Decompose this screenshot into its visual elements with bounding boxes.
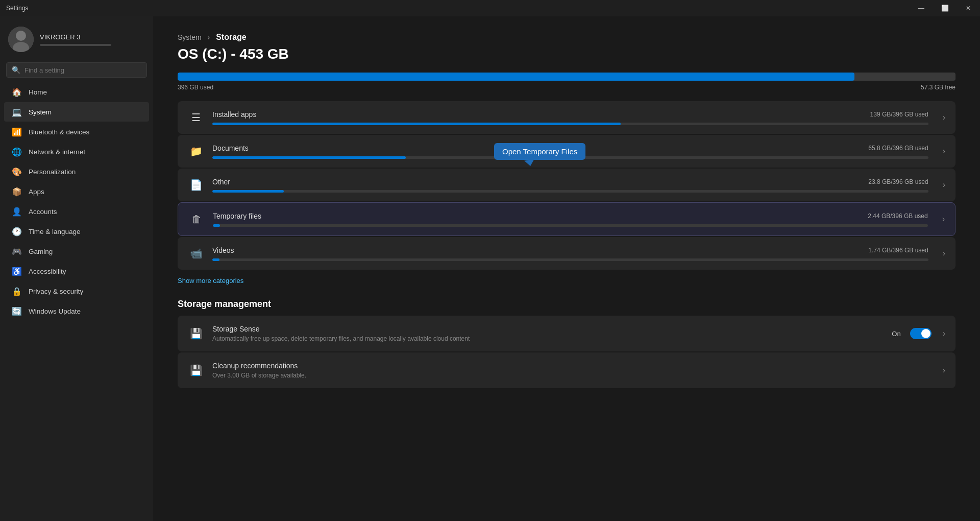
- sidebar-item-label-time: Time & language: [29, 228, 81, 235]
- username-bar-decoration: [40, 44, 111, 46]
- sidebar-item-label-privacy: Privacy & security: [29, 288, 83, 295]
- sidebar-item-label-gaming: Gaming: [29, 248, 53, 255]
- category-card-other[interactable]: Open Temporary Files 📄 Other 23.8 GB/396…: [178, 169, 955, 201]
- sidebar-item-label-accounts: Accounts: [29, 208, 57, 216]
- sidebar-item-label-accessibility: Accessibility: [29, 268, 66, 275]
- main-content: System › Storage OS (C:) - 453 GB 396 GB…: [153, 16, 980, 521]
- breadcrumb-parent: System: [178, 33, 202, 41]
- username-label: VIKROGER 3: [40, 33, 111, 41]
- sidebar-item-label-home: Home: [29, 88, 47, 96]
- mgmt-title-cleanup: Cleanup recommendations: [212, 362, 928, 370]
- sidebar-item-privacy[interactable]: 🔒 Privacy & security: [4, 281, 149, 301]
- sidebar-item-update[interactable]: 🔄 Windows Update: [4, 301, 149, 321]
- management-container: 💾 Storage Sense Automatically free up sp…: [178, 316, 955, 388]
- sidebar-item-label-network: Network & internet: [29, 148, 85, 156]
- card-name-documents: Documents: [212, 144, 249, 152]
- card-bar-bg-other: [212, 190, 928, 193]
- card-bar-fill-temporary-files: [213, 224, 220, 227]
- category-card-temporary-files[interactable]: 🗑 Temporary files 2.44 GB/396 GB used ›: [178, 202, 955, 236]
- accounts-icon: 👤: [12, 207, 21, 216]
- card-icon-other: 📄: [188, 177, 204, 193]
- titlebar-title: Settings: [6, 5, 28, 12]
- card-size-installed-apps: 139 GB/396 GB used: [870, 111, 928, 118]
- sidebar-item-label-bluetooth: Bluetooth & devices: [29, 128, 89, 136]
- mgmt-chevron-cleanup: ›: [943, 366, 945, 375]
- card-bar-fill-documents: [212, 156, 406, 159]
- sidebar: VIKROGER 3 🔍 🏠 Home 💻 System 📶 Bluetooth…: [0, 16, 153, 521]
- storage-bar-background: [178, 73, 955, 81]
- mgmt-card-cleanup[interactable]: 💾 Cleanup recommendations Over 3.00 GB o…: [178, 352, 955, 388]
- storage-bar-container: [178, 73, 955, 81]
- mgmt-desc-cleanup: Over 3.00 GB of storage available.: [212, 372, 928, 379]
- card-chevron-documents: ›: [943, 147, 945, 156]
- gaming-icon: 🎮: [12, 247, 21, 256]
- storage-used-label: 396 GB used: [178, 84, 213, 91]
- card-size-documents: 65.8 GB/396 GB used: [868, 145, 928, 152]
- mgmt-desc-storage-sense: Automatically free up space, delete temp…: [212, 335, 884, 342]
- breadcrumb-separator: ›: [208, 33, 210, 41]
- tooltip-bubble: Open Temporary Files: [494, 143, 585, 160]
- mgmt-chevron-storage-sense: ›: [943, 329, 945, 338]
- card-icon-documents: 📁: [188, 143, 204, 159]
- category-card-installed-apps[interactable]: ☰ Installed apps 139 GB/396 GB used ›: [178, 101, 955, 134]
- page-title: OS (C:) - 453 GB: [178, 46, 955, 62]
- sidebar-item-home[interactable]: 🏠 Home: [4, 82, 149, 102]
- mgmt-title-storage-sense: Storage Sense: [212, 325, 884, 333]
- card-bar-bg-videos: [212, 258, 928, 261]
- card-chevron-temporary-files: ›: [942, 215, 945, 224]
- sidebar-item-bluetooth[interactable]: 📶 Bluetooth & devices: [4, 122, 149, 141]
- home-icon: 🏠: [12, 87, 21, 97]
- sidebar-item-apps[interactable]: 📦 Apps: [4, 182, 149, 201]
- sidebar-item-label-system: System: [29, 108, 52, 116]
- app-container: VIKROGER 3 🔍 🏠 Home 💻 System 📶 Bluetooth…: [0, 16, 980, 521]
- sidebar-item-accounts[interactable]: 👤 Accounts: [4, 202, 149, 221]
- mgmt-card-storage-sense[interactable]: 💾 Storage Sense Automatically free up sp…: [178, 316, 955, 351]
- mgmt-icon-storage-sense: 💾: [188, 325, 204, 342]
- show-more-link[interactable]: Show more categories: [178, 271, 243, 291]
- personalization-icon: 🎨: [12, 167, 21, 176]
- privacy-icon: 🔒: [12, 287, 21, 296]
- network-icon: 🌐: [12, 147, 21, 156]
- card-icon-installed-apps: ☰: [188, 109, 204, 126]
- card-icon-videos: 📹: [188, 245, 204, 262]
- card-icon-temporary-files: 🗑: [188, 211, 205, 227]
- sidebar-item-label-apps: Apps: [29, 188, 44, 196]
- sidebar-nav: 🏠 Home 💻 System 📶 Bluetooth & devices 🌐 …: [0, 82, 153, 321]
- time-icon: 🕐: [12, 227, 21, 236]
- bluetooth-icon: 📶: [12, 127, 21, 136]
- user-profile: VIKROGER 3: [0, 20, 153, 60]
- sidebar-item-accessibility[interactable]: ♿ Accessibility: [4, 262, 149, 281]
- sidebar-item-time[interactable]: 🕐 Time & language: [4, 222, 149, 241]
- close-button[interactable]: ✕: [957, 0, 980, 16]
- storage-labels: 396 GB used 57.3 GB free: [178, 84, 955, 91]
- toggle-storage-sense[interactable]: [910, 328, 932, 339]
- titlebar: Settings — ⬜ ✕: [0, 0, 980, 16]
- search-input[interactable]: [24, 66, 141, 74]
- accessibility-icon: ♿: [12, 267, 21, 276]
- search-box[interactable]: 🔍: [6, 62, 147, 78]
- sidebar-item-gaming[interactable]: 🎮 Gaming: [4, 242, 149, 261]
- card-name-videos: Videos: [212, 246, 234, 254]
- sidebar-item-label-update: Windows Update: [29, 307, 81, 315]
- breadcrumb-current: Storage: [216, 33, 247, 41]
- card-bar-fill-installed-apps: [212, 123, 621, 125]
- card-size-other: 23.8 GB/396 GB used: [868, 178, 928, 185]
- minimize-button[interactable]: —: [910, 0, 933, 16]
- categories-container: ☰ Installed apps 139 GB/396 GB used › 📁 …: [178, 101, 955, 270]
- search-icon: 🔍: [12, 66, 20, 74]
- sidebar-item-personalization[interactable]: 🎨 Personalization: [4, 162, 149, 181]
- card-name-installed-apps: Installed apps: [212, 110, 256, 119]
- card-size-videos: 1.74 GB/396 GB used: [868, 247, 928, 254]
- toggle-label-storage-sense: On: [892, 330, 900, 338]
- sidebar-item-network[interactable]: 🌐 Network & internet: [4, 142, 149, 161]
- maximize-button[interactable]: ⬜: [933, 0, 957, 16]
- update-icon: 🔄: [12, 306, 21, 316]
- storage-free-label: 57.3 GB free: [921, 84, 955, 91]
- storage-bar-fill: [178, 73, 854, 81]
- system-icon: 💻: [12, 107, 21, 116]
- card-bar-fill-videos: [212, 258, 219, 261]
- category-card-videos[interactable]: 📹 Videos 1.74 GB/396 GB used ›: [178, 237, 955, 270]
- svg-point-1: [16, 31, 26, 41]
- avatar: [8, 27, 34, 52]
- sidebar-item-system[interactable]: 💻 System: [4, 102, 149, 122]
